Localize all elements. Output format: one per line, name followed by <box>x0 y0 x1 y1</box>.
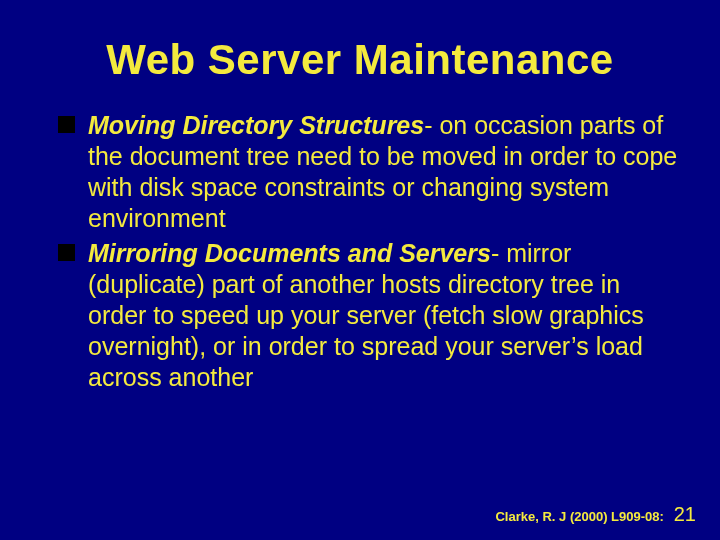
bullet-lead: Mirroring Documents and Servers <box>88 239 491 267</box>
bullet-item: Mirroring Documents and Servers- mirror … <box>58 238 680 393</box>
slide-footer: Clarke, R. J (2000) L909-08: 21 <box>495 503 696 526</box>
footer-citation: Clarke, R. J (2000) L909-08: <box>495 509 663 524</box>
page-number: 21 <box>674 503 696 525</box>
bullet-lead: Moving Directory Structures <box>88 111 424 139</box>
slide: Web Server Maintenance Moving Directory … <box>0 0 720 540</box>
slide-title: Web Server Maintenance <box>0 0 720 104</box>
slide-body: Moving Directory Structures- on occasion… <box>0 104 720 393</box>
bullet-item: Moving Directory Structures- on occasion… <box>58 110 680 234</box>
